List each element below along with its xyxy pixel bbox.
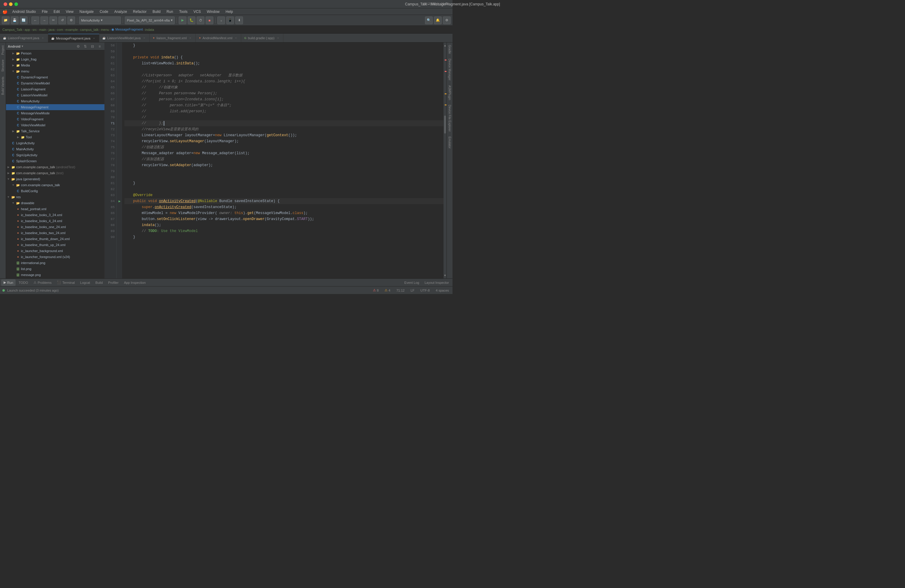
tree-item-launcher-fg[interactable]: ✦ ic_launcher_foreground.xml (v24) [6, 254, 105, 260]
breadcrumb-example[interactable]: example [65, 28, 78, 32]
breadcrumb-indata[interactable]: indata [145, 28, 154, 32]
right-tab-device-manager[interactable]: Device Manager [448, 56, 452, 83]
tree-item-thumb-up[interactable]: ✦ ic_baseline_thumb_up_24.xml [6, 242, 105, 248]
right-tab-asmplugin[interactable]: ASMPlugin [448, 83, 452, 102]
tree-item-dynamic-fragment[interactable]: C DynamicFragment [6, 74, 105, 80]
debug-btn[interactable]: 🐛 [187, 16, 195, 24]
sidebar-tab-structure[interactable]: Structure [1, 58, 5, 74]
menu-edit[interactable]: Edit [51, 9, 62, 14]
warning-count[interactable]: ⚠ 4 [383, 288, 391, 292]
sidebar-tab-build-variants[interactable]: Build Variants [1, 75, 5, 97]
tab-close-vm[interactable]: × [142, 36, 146, 40]
encoding[interactable]: UTF-8 [419, 289, 431, 292]
code-scroll[interactable]: } private void indata () { list= mViewMo… [122, 43, 443, 278]
tree-item-person[interactable]: ▶ 📂 Person [6, 50, 105, 56]
tab-liaison-xml[interactable]: ✦ liaison_fragment.xml × [150, 34, 196, 42]
tree-item-com-example[interactable]: ▼ 📂 com.example.campus_talk [6, 182, 105, 188]
sort-icon[interactable]: ⇅ [82, 43, 88, 49]
avd-mgr-btn[interactable]: 📱 [226, 16, 234, 24]
menu-vcs[interactable]: VCS [191, 9, 203, 14]
gradle-sync-btn[interactable]: ⬦ [217, 16, 225, 24]
tree-item-drawable[interactable]: ▼ 📂 drawable [6, 200, 105, 206]
settings-btn[interactable]: ⚙ [443, 16, 451, 24]
menu-tools[interactable]: Tools [176, 9, 190, 14]
menu-help[interactable]: Help [223, 9, 235, 14]
menu-analyze[interactable]: Analyze [112, 9, 130, 14]
bottom-tab-problems[interactable]: ⚠ Problems [31, 279, 54, 286]
tree-item-looks-two[interactable]: ✦ ic_baseline_looks_two_24.xml [6, 230, 105, 236]
maximize-button[interactable] [14, 2, 18, 6]
tree-item-liaison-fragment[interactable]: C LiaisonFragment [6, 86, 105, 92]
search-btn[interactable]: 🔍 [425, 16, 433, 24]
menu-navigate[interactable]: Navigate [77, 9, 96, 14]
tree-item-login-frag[interactable]: ▶ 📁 Login_frag [6, 56, 105, 62]
breadcrumb-src[interactable]: src [32, 28, 37, 32]
bottom-tab-logcat[interactable]: Logcat [78, 279, 92, 286]
tree-item-menu-activity[interactable]: C MenuActivity [6, 98, 105, 104]
breadcrumb-com[interactable]: com [57, 28, 63, 32]
breadcrumb-campus-talk[interactable]: Campus_Talk [2, 28, 22, 32]
tab-close-message[interactable]: × [92, 36, 96, 40]
tree-item-test[interactable]: ▶ 📁 com.example.campus_talk (test) [6, 170, 105, 176]
minimize-button[interactable] [9, 2, 13, 6]
tree-item-message-viewmodel[interactable]: C MessageViewMode [6, 110, 105, 116]
tree-item-looks-3[interactable]: ✦ ic_baseline_looks_3_24.xml [6, 212, 105, 218]
tree-item-tool[interactable]: ▶ 📁 Tool [6, 134, 105, 140]
bottom-tab-build[interactable]: Build [93, 279, 105, 286]
refresh-btn[interactable]: ↺ [58, 16, 66, 24]
tree-item-head-portrait[interactable]: ✦ head_portrait.xml [6, 206, 105, 212]
tree-item-signup-activity[interactable]: C SignUpActivity [6, 152, 105, 158]
settings-icon[interactable]: ≡ [97, 43, 103, 49]
undo-btn[interactable]: ← [32, 16, 39, 24]
device-selector[interactable]: MenuActivity ▾ [79, 16, 121, 24]
notifications-btn[interactable]: 🔔 [434, 16, 442, 24]
run-config-btn[interactable]: ⚙ [67, 16, 75, 24]
tab-manifest[interactable]: ✦ AndroidManifest.xml × [196, 34, 241, 42]
menu-view[interactable]: View [64, 9, 76, 14]
save-btn[interactable]: 💾 [11, 16, 19, 24]
cog-icon[interactable]: ⚙ [75, 43, 81, 49]
menu-refactor[interactable]: Refactor [130, 9, 149, 14]
tree-item-java-generated[interactable]: ▼ 📂 java (generated) [6, 176, 105, 182]
sdk-mgr-btn[interactable]: ⬇ [235, 16, 243, 24]
tree-item-liaison-viewmodel[interactable]: C LiaisonViewModel [6, 92, 105, 98]
scroll-thumb[interactable] [444, 116, 446, 133]
menu-android-studio[interactable]: Android Studio [10, 9, 38, 14]
breadcrumb-campus-talk-pkg[interactable]: campus_talk [80, 28, 99, 32]
menu-file[interactable]: File [40, 9, 50, 14]
tab-close-manifest[interactable]: × [234, 36, 238, 40]
tree-item-talk-service[interactable]: ▶ 📁 Talk_Service [6, 128, 105, 134]
bottom-tab-todo[interactable]: TODO [16, 279, 30, 286]
line-ending[interactable]: LF [410, 289, 416, 292]
right-tab-emulator[interactable]: Emulator [448, 134, 452, 151]
avd-selector[interactable]: Pixel_3a_API_32_arm64-v8a ▾ [125, 16, 175, 24]
tree-item-looks-4[interactable]: ✦ ic_baseline_looks_4_24.xml [6, 218, 105, 224]
filter-icon[interactable]: ⊟ [89, 43, 95, 49]
tree-item-launcher-bg[interactable]: ✦ ic_launcher_background.xml [6, 248, 105, 254]
tree-item-android-test[interactable]: ▶ 📁 com.example.campus_talk (androidTest… [6, 164, 105, 170]
breadcrumb-app[interactable]: app [25, 28, 30, 32]
tab-liaison-fragment[interactable]: ☕ LiaisonFragment.java × [0, 34, 48, 42]
cursor-position[interactable]: 71:12 [395, 289, 406, 292]
tab-gradle[interactable]: G build.gradle (:app) × [241, 34, 283, 42]
marker-84[interactable]: ▶ [117, 198, 122, 204]
project-btn[interactable]: 📁 [2, 16, 10, 24]
menu-run[interactable]: Run [164, 9, 175, 14]
bottom-tab-event-log[interactable]: Event Log [402, 279, 422, 286]
stop-btn[interactable]: ■ [206, 16, 213, 24]
tree-item-splash-screen[interactable]: C SplashScreen [6, 158, 105, 164]
menu-window[interactable]: Window [205, 9, 222, 14]
scroll-down-btn[interactable]: ▼ [443, 272, 446, 278]
error-count[interactable]: ⚠ 8 [372, 288, 380, 292]
tree-item-main-activity[interactable]: C MainActivity [6, 146, 105, 152]
tree-item-looks-one[interactable]: ✦ ic_baseline_looks_one_24.xml [6, 224, 105, 230]
tree-item-dynamic-viewmodel[interactable]: C DynamicViewModel [6, 80, 105, 86]
tree-item-video-viewmodel[interactable]: C VideoViewModel [6, 122, 105, 128]
right-tab-gradle[interactable]: Gradle [448, 43, 452, 56]
cut-btn[interactable]: ✂ [49, 16, 57, 24]
right-tab-device-file-explorer[interactable]: Device File Explorer [448, 102, 452, 134]
bottom-tab-layout-inspector[interactable]: Layout Inspector [422, 279, 451, 286]
close-button[interactable] [3, 2, 7, 6]
bottom-tab-run[interactable]: ▶ Run [1, 279, 16, 286]
run-btn[interactable]: ▶ [179, 16, 186, 24]
